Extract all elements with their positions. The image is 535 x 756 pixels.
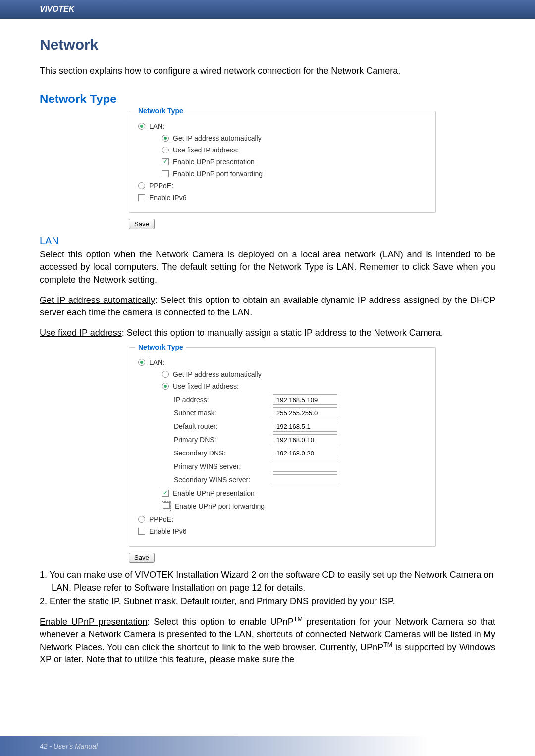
use-fixed-row[interactable]: Use fixed IP address:: [162, 146, 427, 154]
network-type-heading: Network Type: [40, 92, 495, 106]
primary-wins-input[interactable]: [273, 461, 337, 472]
lan-label: LAN:: [149, 122, 164, 130]
router-input[interactable]: [273, 421, 337, 432]
step-2: 2. Enter the static IP, Subnet mask, Def…: [40, 595, 495, 607]
footer-bar: 42 - User's Manual: [0, 736, 535, 756]
checkbox-icon[interactable]: [162, 158, 169, 165]
get-ip-auto-row[interactable]: Get IP address automatically: [162, 370, 427, 378]
panel-legend: Network Type: [135, 343, 186, 351]
brand-text: VIVOTEK: [40, 5, 74, 13]
panel-legend: Network Type: [135, 107, 186, 115]
checkbox-icon[interactable]: [138, 194, 145, 201]
network-type-panel-2: Network Type LAN: Get IP address automat…: [129, 347, 436, 547]
step-1: 1. You can make use of VIVOTEK Installat…: [40, 569, 495, 594]
upnp-portforward-row[interactable]: Enable UPnP port forwarding: [162, 170, 427, 178]
checkbox-icon[interactable]: [163, 502, 170, 509]
get-ip-auto-label: Get IP address automatically: [173, 134, 262, 142]
secondary-wins-input[interactable]: [273, 474, 337, 485]
brand-header: VIVOTEK: [0, 0, 535, 19]
save-button[interactable]: Save: [129, 553, 155, 563]
router-label: Default router:: [174, 422, 273, 430]
checkbox-icon[interactable]: [162, 170, 169, 177]
get-ip-auto-label: Get IP address automatically: [173, 370, 262, 378]
ip-address-label: IP address:: [174, 396, 273, 403]
radio-icon[interactable]: [138, 123, 145, 130]
primary-wins-row: Primary WINS server:: [174, 461, 427, 472]
primary-dns-input[interactable]: [273, 434, 337, 445]
lan-radio-row[interactable]: LAN:: [138, 358, 427, 366]
pppoe-radio-row[interactable]: PPPoE:: [138, 182, 427, 190]
radio-icon[interactable]: [138, 516, 145, 523]
upnp-portforward-row[interactable]: Enable UPnP port forwarding: [162, 501, 427, 511]
get-ip-paragraph: Get IP address automatically: Select thi…: [40, 294, 495, 319]
use-fixed-label: Use fixed IP address:: [173, 146, 239, 154]
content-area: Network This section explains how to con…: [0, 21, 535, 684]
checkbox-icon[interactable]: [162, 490, 169, 497]
use-fixed-paragraph: Use fixed IP address: Select this option…: [40, 327, 495, 339]
tm-superscript: TM: [383, 641, 392, 648]
enable-upnp-paragraph: Enable UPnP presentation: Select this op…: [40, 615, 495, 666]
secondary-dns-label: Secondary DNS:: [174, 449, 273, 457]
lan-paragraph: Select this option when the Network Came…: [40, 249, 495, 286]
upnp-portforward-label: Enable UPnP port forwarding: [173, 170, 263, 178]
get-ip-auto-row[interactable]: Get IP address automatically: [162, 134, 427, 142]
tm-superscript: TM: [294, 616, 303, 623]
ip-address-row: IP address:: [174, 394, 427, 405]
secondary-dns-input[interactable]: [273, 448, 337, 458]
use-fixed-label: Use fixed IP address:: [173, 382, 239, 390]
enable-ipv6-row[interactable]: Enable IPv6: [138, 194, 427, 202]
enable-ipv6-label: Enable IPv6: [149, 194, 187, 202]
primary-dns-row: Primary DNS:: [174, 434, 427, 445]
upnp-presentation-row[interactable]: Enable UPnP presentation: [162, 489, 427, 497]
steps-list: 1. You can make use of VIVOTEK Installat…: [40, 569, 495, 607]
use-fixed-underline: Use fixed IP address: [40, 328, 122, 338]
lan-label: LAN:: [149, 358, 164, 366]
lan-radio-row[interactable]: LAN:: [138, 122, 427, 130]
radio-icon[interactable]: [138, 182, 145, 189]
enable-upnp-underline: Enable UPnP presentation: [40, 617, 148, 627]
subnet-label: Subnet mask:: [174, 409, 273, 417]
save-button[interactable]: Save: [129, 219, 155, 229]
radio-icon[interactable]: [138, 359, 145, 366]
radio-icon[interactable]: [162, 135, 169, 142]
footer-text: 42 - User's Manual: [0, 736, 535, 750]
upnp-portforward-label: Enable UPnP port forwarding: [175, 503, 265, 510]
network-type-panel-1: Network Type LAN: Get IP address automat…: [129, 111, 436, 213]
router-row: Default router:: [174, 421, 427, 432]
primary-dns-label: Primary DNS:: [174, 436, 273, 444]
lan-subheading: LAN: [40, 235, 495, 247]
secondary-wins-label: Secondary WINS server:: [174, 476, 273, 484]
radio-icon[interactable]: [162, 383, 169, 390]
get-ip-auto-underline: Get IP address automatically: [40, 295, 155, 305]
pppoe-label: PPPoE:: [149, 515, 173, 523]
use-fixed-row[interactable]: Use fixed IP address:: [162, 382, 427, 390]
primary-wins-label: Primary WINS server:: [174, 462, 273, 470]
pppoe-label: PPPoE:: [149, 182, 173, 190]
subnet-row: Subnet mask:: [174, 407, 427, 418]
upnp-presentation-row[interactable]: Enable UPnP presentation: [162, 158, 427, 166]
enable-ipv6-label: Enable IPv6: [149, 527, 187, 535]
page-title: Network: [40, 36, 495, 53]
secondary-wins-row: Secondary WINS server:: [174, 474, 427, 485]
checkbox-icon[interactable]: [138, 528, 145, 535]
upnp-presentation-label: Enable UPnP presentation: [173, 489, 255, 497]
enable-ipv6-row[interactable]: Enable IPv6: [138, 527, 427, 535]
upnp-presentation-label: Enable UPnP presentation: [173, 158, 255, 166]
secondary-dns-row: Secondary DNS:: [174, 448, 427, 458]
radio-icon[interactable]: [162, 147, 169, 153]
pppoe-radio-row[interactable]: PPPoE:: [138, 515, 427, 523]
ip-address-input[interactable]: [273, 394, 337, 405]
dashed-focus-box: [162, 501, 171, 511]
intro-text: This section explains how to configure a…: [40, 65, 495, 77]
subnet-input[interactable]: [273, 407, 337, 418]
radio-icon[interactable]: [162, 371, 169, 378]
